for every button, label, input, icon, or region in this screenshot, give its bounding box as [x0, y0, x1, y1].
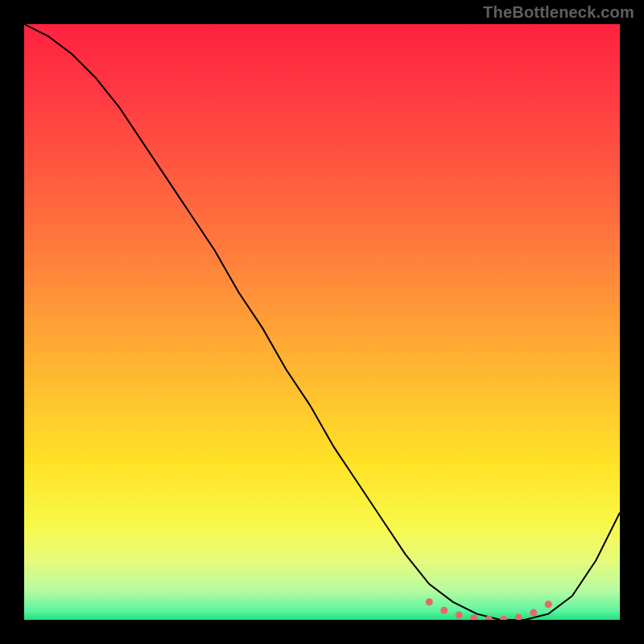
highlight-dot: [440, 607, 448, 614]
chart-plot: [24, 24, 620, 620]
chart-background: [24, 24, 620, 620]
highlight-dot: [530, 609, 537, 617]
watermark-label: TheBottleneck.com: [483, 3, 634, 22]
highlight-dot: [456, 612, 463, 619]
highlight-dot: [545, 601, 552, 608]
highlight-dot: [426, 598, 433, 605]
chart-frame: TheBottleneck.com: [0, 0, 644, 644]
